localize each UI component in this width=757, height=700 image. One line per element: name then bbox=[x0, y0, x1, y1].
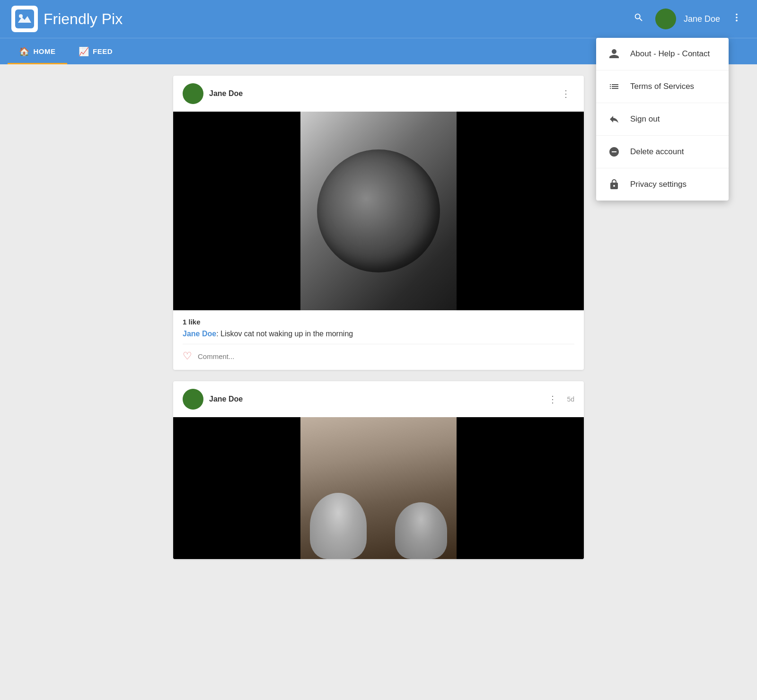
nav-home-label: HOME bbox=[34, 47, 56, 55]
more-options-button[interactable] bbox=[728, 9, 746, 29]
post-header-1: Jane Doe ⋮ bbox=[173, 76, 584, 112]
person-icon bbox=[607, 47, 621, 61]
menu-item-signout[interactable]: Sign out bbox=[596, 103, 729, 136]
post-time-2: 5d bbox=[567, 395, 574, 403]
nav-feed-label: FEED bbox=[93, 47, 113, 55]
logo-icon bbox=[11, 6, 38, 32]
svg-point-3 bbox=[736, 17, 738, 18]
header-right: Jane Doe bbox=[630, 9, 746, 29]
exit-icon bbox=[607, 113, 621, 126]
post-likes-1: 1 like bbox=[183, 318, 574, 326]
post-avatar-2 bbox=[183, 389, 203, 410]
header: Friendly Pix Jane Doe bbox=[0, 0, 757, 38]
menu-item-delete[interactable]: Delete account bbox=[596, 136, 729, 168]
post-caption-text-1: : Liskov cat not waking up in the mornin… bbox=[216, 330, 353, 338]
user-avatar bbox=[655, 9, 676, 29]
app-title: Friendly Pix bbox=[44, 10, 123, 28]
post-more-button-2[interactable]: ⋮ bbox=[544, 392, 561, 407]
logo-area: Friendly Pix bbox=[11, 6, 630, 32]
home-icon: 🏠 bbox=[19, 46, 30, 57]
cancel-icon bbox=[607, 145, 621, 158]
nav-home[interactable]: 🏠 HOME bbox=[8, 38, 67, 64]
svg-rect-0 bbox=[15, 9, 34, 28]
menu-terms-label: Terms of Services bbox=[630, 82, 694, 91]
svg-point-1 bbox=[19, 14, 23, 18]
user-name: Jane Doe bbox=[684, 14, 720, 24]
lock-icon bbox=[607, 178, 621, 191]
menu-delete-label: Delete account bbox=[630, 147, 684, 157]
main-content: Jane Doe ⋮ 1 like Jane Doe: Liskov cat n… bbox=[166, 64, 591, 582]
post-footer-1: 1 like Jane Doe: Liskov cat not waking u… bbox=[173, 310, 584, 370]
post-image-2 bbox=[173, 417, 584, 559]
post-image-1 bbox=[173, 112, 584, 310]
dropdown-menu: About - Help - Contact Terms of Services… bbox=[596, 38, 729, 201]
menu-item-privacy[interactable]: Privacy settings bbox=[596, 168, 729, 201]
search-button[interactable] bbox=[630, 9, 648, 29]
list-icon bbox=[607, 80, 621, 93]
menu-privacy-label: Privacy settings bbox=[630, 180, 687, 189]
feed-icon: 📈 bbox=[79, 46, 89, 57]
post-author-2: Jane Doe bbox=[209, 395, 538, 403]
post-card-1: Jane Doe ⋮ 1 like Jane Doe: Liskov cat n… bbox=[173, 76, 584, 370]
post-header-2: Jane Doe ⋮ 5d bbox=[173, 381, 584, 417]
post-comment-section-1: ♡ bbox=[183, 344, 574, 362]
post-author-1: Jane Doe bbox=[209, 89, 552, 98]
post-card-2: Jane Doe ⋮ 5d bbox=[173, 381, 584, 559]
heart-icon-1[interactable]: ♡ bbox=[183, 350, 192, 362]
post-more-button-1[interactable]: ⋮ bbox=[557, 86, 574, 101]
comment-input-1[interactable] bbox=[198, 352, 574, 360]
post-avatar-1 bbox=[183, 83, 203, 104]
menu-about-label: About - Help - Contact bbox=[630, 49, 710, 59]
menu-item-about[interactable]: About - Help - Contact bbox=[596, 38, 729, 70]
nav-feed[interactable]: 📈 FEED bbox=[67, 38, 124, 64]
post-caption-1: Jane Doe: Liskov cat not waking up in th… bbox=[183, 330, 574, 338]
post-caption-author-1: Jane Doe bbox=[183, 330, 216, 338]
menu-signout-label: Sign out bbox=[630, 114, 660, 124]
svg-point-4 bbox=[736, 20, 738, 22]
svg-point-2 bbox=[736, 14, 738, 16]
menu-item-terms[interactable]: Terms of Services bbox=[596, 70, 729, 103]
